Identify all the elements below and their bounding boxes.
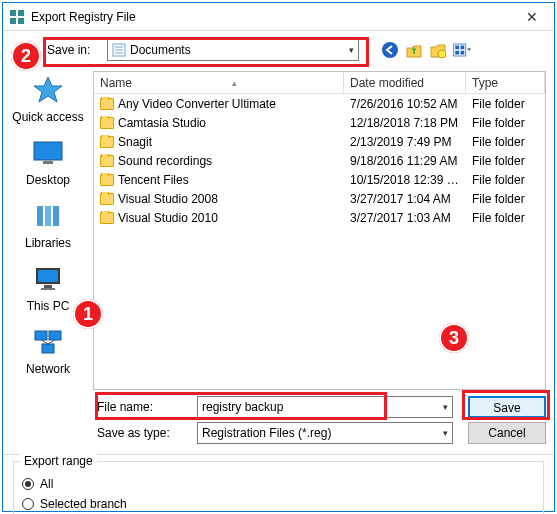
svg-line-27 [41,340,48,344]
window-title: Export Registry File [31,10,516,24]
column-name-label: Name [100,76,132,90]
table-row[interactable]: Visual Studio 20103/27/2017 1:03 AMFile … [94,208,545,227]
nav-toolbar [381,41,471,59]
svg-rect-14 [461,51,465,55]
bottom-fields: File name: registry backup ▾ Save Save a… [97,394,546,446]
svg-rect-15 [34,142,62,160]
dialog-body: Quick access Desktop Libraries This PC N… [3,71,554,390]
column-date[interactable]: Date modified [344,72,466,93]
filename-input[interactable]: registry backup ▾ [197,396,453,418]
svg-rect-25 [49,331,61,340]
svg-rect-2 [10,18,16,24]
column-name[interactable]: Name▴ [94,72,344,93]
place-libraries[interactable]: Libraries [8,201,88,250]
place-network[interactable]: Network [8,327,88,376]
filename-row: File name: registry backup ▾ Save [97,394,546,420]
file-list[interactable]: Name▴ Date modified Type Any Video Conve… [93,71,546,390]
file-type: File folder [466,135,545,149]
registry-icon [9,9,25,25]
file-date: 10/15/2018 12:39 … [344,173,466,187]
save-in-combo[interactable]: Documents ▾ [107,39,359,61]
places-bar: Quick access Desktop Libraries This PC N… [3,71,93,390]
file-list-header: Name▴ Date modified Type [94,72,545,94]
savetype-combo[interactable]: Registration Files (*.reg) ▾ [197,422,453,444]
radio-selected-row[interactable]: Selected branch [22,494,535,514]
table-row[interactable]: Snagit2/13/2019 7:49 PMFile folder [94,132,545,151]
svg-rect-17 [37,206,43,226]
chevron-down-icon: ▾ [443,428,448,438]
filename-label: File name: [97,400,197,414]
radio-all[interactable] [22,478,34,490]
place-desktop[interactable]: Desktop [8,138,88,187]
place-label: Quick access [8,110,88,124]
file-date: 9/18/2016 11:29 AM [344,154,466,168]
documents-icon [112,43,126,57]
table-row[interactable]: Tencent Files10/15/2018 12:39 …File fold… [94,170,545,189]
svg-rect-1 [18,10,24,16]
cancel-button[interactable]: Cancel [468,422,546,444]
svg-rect-21 [38,270,58,282]
file-type: File folder [466,97,545,111]
file-name: Any Video Converter Ultimate [118,97,276,111]
svg-rect-18 [45,206,51,226]
svg-point-8 [382,42,398,58]
folder-icon [100,136,114,148]
export-range-legend: Export range [20,454,97,468]
column-type[interactable]: Type [466,72,545,93]
close-button[interactable]: ✕ [516,9,548,25]
save-in-value: Documents [130,43,349,57]
file-type: File folder [466,116,545,130]
file-date: 12/18/2018 7:18 PM [344,116,466,130]
place-label: Desktop [8,173,88,187]
file-type: File folder [466,192,545,206]
file-name: Camtasia Studio [118,116,206,130]
svg-rect-3 [18,18,24,24]
annotation-badge-3: 3 [439,323,469,353]
back-icon[interactable] [381,41,399,59]
place-quick-access[interactable]: Quick access [8,75,88,124]
svg-rect-24 [35,331,47,340]
savetype-label: Save as type: [97,426,197,440]
save-in-row: Save in: Documents ▾ [47,39,544,61]
folder-icon [100,155,114,167]
svg-rect-23 [41,288,55,290]
libraries-icon [31,201,65,231]
annotation-badge-2: 2 [11,41,41,71]
file-date: 2/13/2019 7:49 PM [344,135,466,149]
radio-all-row[interactable]: All [22,474,535,494]
save-in-label: Save in: [47,43,107,57]
file-type: File folder [466,154,545,168]
file-name: Visual Studio 2010 [118,211,218,225]
table-row[interactable]: Any Video Converter Ultimate7/26/2016 10… [94,94,545,113]
svg-rect-19 [53,206,59,226]
view-menu-icon[interactable] [453,41,471,59]
table-row[interactable]: Visual Studio 20083/27/2017 1:04 AMFile … [94,189,545,208]
svg-rect-12 [461,46,465,50]
save-button[interactable]: Save [468,396,546,418]
folder-icon [100,193,114,205]
table-row[interactable]: Sound recordings9/18/2016 11:29 AMFile f… [94,151,545,170]
file-date: 7/26/2016 10:52 AM [344,97,466,111]
file-type: File folder [466,211,545,225]
radio-selected-branch[interactable] [22,498,34,510]
folder-icon [100,212,114,224]
savetype-value: Registration Files (*.reg) [202,426,443,440]
sort-indicator-icon: ▴ [132,78,337,88]
file-name: Tencent Files [118,173,189,187]
table-row[interactable]: Camtasia Studio12/18/2018 7:18 PMFile fo… [94,113,545,132]
title-bar: Export Registry File ✕ [3,3,554,31]
this-pc-icon [31,264,65,294]
svg-line-28 [48,340,55,344]
radio-selected-label: Selected branch [40,497,127,511]
radio-all-label: All [40,477,53,491]
up-one-level-icon[interactable] [405,41,423,59]
file-date: 3/27/2017 1:04 AM [344,192,466,206]
savetype-row: Save as type: Registration Files (*.reg)… [97,420,546,446]
chevron-down-icon: ▾ [443,402,448,412]
new-folder-icon[interactable] [429,41,447,59]
export-range-group: Export range All Selected branch [13,461,544,514]
svg-rect-11 [455,46,459,50]
desktop-icon [31,138,65,168]
svg-rect-16 [43,161,53,164]
dialog-window: Export Registry File ✕ Save in: Document… [2,2,555,512]
